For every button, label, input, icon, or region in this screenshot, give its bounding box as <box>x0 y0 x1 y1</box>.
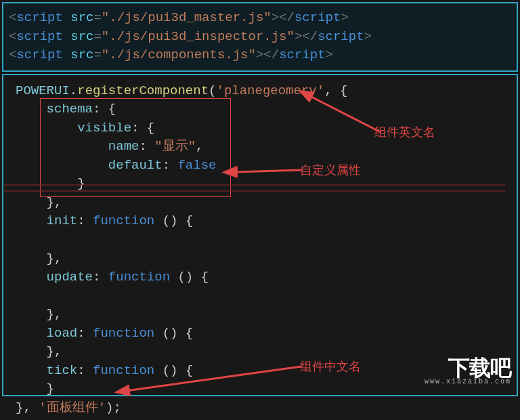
code-line: visible: { <box>16 119 510 138</box>
code-line <box>16 231 510 250</box>
script-includes-panel: <script src="./js/pui3d_master.js"></scr… <box>2 2 518 72</box>
code-line <box>16 287 510 306</box>
code-line: }, '面板组件'); <box>16 399 510 418</box>
script-src: ./js/pui3d_inspector.js <box>109 29 286 44</box>
annotation-cn-name: 组件中文名 <box>300 358 361 375</box>
code-line: schema: { <box>16 100 510 119</box>
code-line: }, <box>16 250 510 269</box>
component-english-name: planegeomery <box>224 83 317 98</box>
code-line: }, <box>16 306 510 324</box>
logo-url: www.xiazaiba.com <box>425 378 511 385</box>
script-line: <script src="./js/pui3d_inspector.js"></… <box>9 28 517 47</box>
component-code-panel: POWERUI.registerComponent('planegeomery'… <box>2 74 518 396</box>
code-line: }, <box>16 194 510 213</box>
code-line: } <box>16 175 510 194</box>
code-line: load: function () { <box>16 324 510 343</box>
script-line: <script src="./js/pui3d_master.js"></scr… <box>9 9 517 28</box>
annotation-custom-attr: 自定义属性 <box>300 162 361 178</box>
code-line: POWERUI.registerComponent('planegeomery'… <box>16 82 510 101</box>
code-line: name: "显示", <box>16 138 510 156</box>
code-line: update: function () { <box>16 268 510 287</box>
script-line: <script src="./js/components.js"></scrip… <box>9 46 517 65</box>
code-line: init: function () { <box>16 212 510 231</box>
annotation-en-name: 组件英文名 <box>374 124 435 140</box>
watermark-logo: 下载吧 www.xiazaiba.com <box>425 354 511 391</box>
component-chinese-name: 面板组件 <box>47 400 98 415</box>
script-src: ./js/components.js <box>109 47 248 62</box>
code-line: default: false <box>16 156 510 175</box>
script-src: ./js/pui3d_master.js <box>109 10 263 25</box>
